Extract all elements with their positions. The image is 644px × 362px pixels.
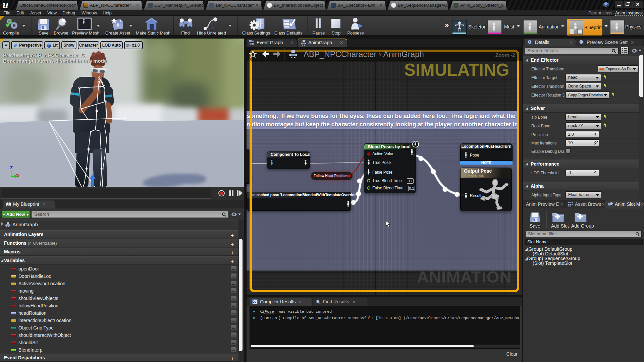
svg-text:i: i xyxy=(529,40,530,44)
svg-text:i: i xyxy=(581,40,582,44)
svg-text:Z: Z xyxy=(10,165,13,170)
svg-text:X: X xyxy=(17,173,20,178)
svg-text:Y: Y xyxy=(14,175,17,179)
